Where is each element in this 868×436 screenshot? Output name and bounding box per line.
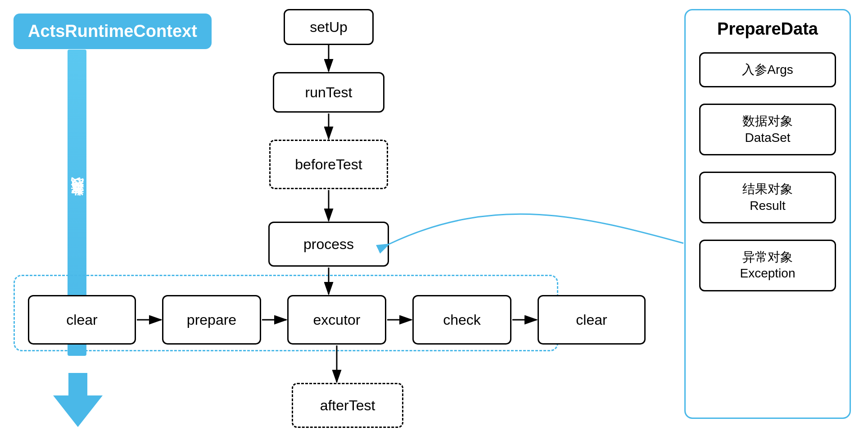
clear2-label: clear	[576, 312, 607, 328]
exception-label: 异常对象Exception	[740, 250, 796, 280]
excutor-label: excutor	[313, 312, 361, 328]
prepare-data-item-result: 结果对象Result	[699, 172, 836, 223]
clear2-box: clear	[538, 295, 646, 345]
check-label: check	[443, 312, 481, 328]
prepare-label: prepare	[187, 312, 236, 328]
check-box: check	[412, 295, 511, 345]
beforetest-box: beforeTest	[269, 140, 388, 189]
down-arrow-head	[53, 395, 103, 427]
prepare-data-item-dataset: 数据对象DataSet	[699, 104, 836, 155]
setup-box: setUp	[284, 9, 374, 45]
clear1-label: clear	[66, 312, 97, 328]
clear1-box: clear	[28, 295, 136, 345]
result-label: 结果对象Result	[742, 182, 793, 212]
aftertest-label: afterTest	[320, 397, 375, 414]
process-label: process	[303, 236, 354, 253]
prepare-data-item-args: 入参Args	[699, 52, 836, 87]
dataset-label: 数据对象DataSet	[742, 114, 793, 144]
runtest-box: runTest	[273, 72, 384, 113]
setup-label: setUp	[310, 19, 348, 36]
data-bus-label: 数据总线	[68, 199, 86, 206]
prepare-data-item-exception: 异常对象Exception	[699, 240, 836, 291]
diagram-container: ActsRuntimeContext 数据总线 setUp runTest be…	[0, 0, 868, 436]
process-box: process	[268, 222, 389, 267]
prepare-box: prepare	[162, 295, 261, 345]
beforetest-label: beforeTest	[295, 156, 362, 173]
args-label: 入参Args	[742, 63, 793, 77]
excutor-box: excutor	[287, 295, 386, 345]
acts-runtime-context-box: ActsRuntimeContext	[14, 14, 212, 49]
runtest-label: runTest	[305, 84, 353, 101]
aftertest-box: afterTest	[292, 383, 403, 428]
arrow-preparedata-process	[389, 214, 683, 244]
acts-runtime-label: ActsRuntimeContext	[28, 22, 197, 41]
prepare-data-title: PrepareData	[699, 19, 836, 39]
prepare-data-panel: PrepareData 入参Args 数据对象DataSet 结果对象Resul…	[684, 9, 851, 419]
